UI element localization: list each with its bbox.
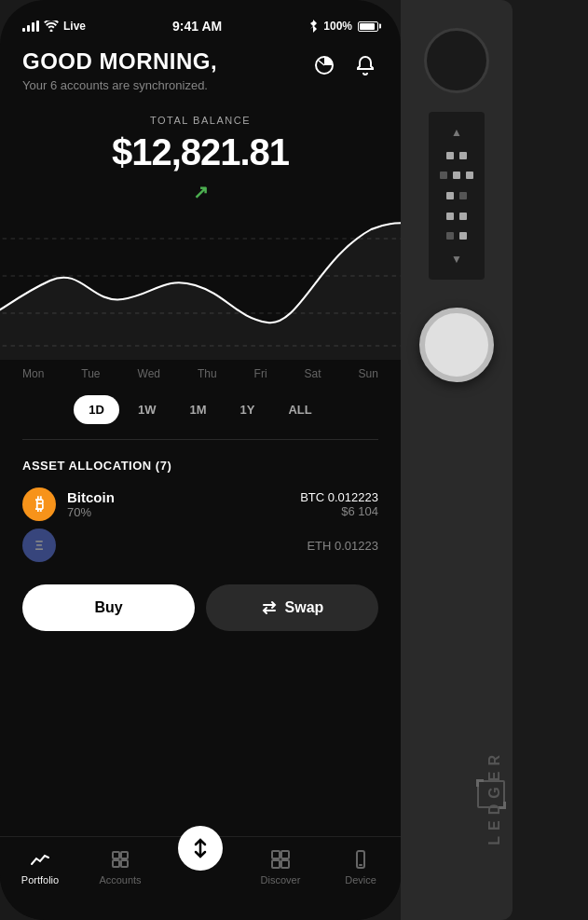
ledger-pixel <box>459 232 467 240</box>
analytics-icon[interactable] <box>311 52 337 78</box>
time-axis: Mon Tue Wed Thu Fri Sat Sun <box>0 367 401 380</box>
status-time: 9:41 AM <box>172 19 222 34</box>
wifi-icon <box>44 21 59 32</box>
svg-rect-7 <box>113 852 119 858</box>
change-arrow: ↗ <box>193 181 209 203</box>
ledger-camera <box>424 28 489 93</box>
ledger-button[interactable] <box>419 308 494 382</box>
day-sun: Sun <box>359 367 378 380</box>
balance-label: TOTAL BALANCE <box>22 115 378 126</box>
asset-allocation-title: ASSET ALLOCATION (7) <box>0 459 401 473</box>
asset-amount: BTC 0.012223 <box>300 490 378 504</box>
device-icon <box>349 848 372 871</box>
phone-container: Live 9:41 AM 100% <box>0 0 401 920</box>
asset-info: Bitcoin 70% <box>67 489 289 519</box>
svg-rect-11 <box>272 851 280 858</box>
ledger-pixel <box>459 213 467 220</box>
status-bar: Live 9:41 AM 100% <box>0 0 401 41</box>
ledger-icon-row-3 <box>446 192 467 199</box>
svg-rect-12 <box>281 851 289 858</box>
buy-button[interactable]: Buy <box>22 584 195 631</box>
nav-discover-label: Discover <box>261 874 301 886</box>
day-fri: Fri <box>254 367 267 380</box>
accounts-icon <box>109 848 131 871</box>
ledger-icon-row-1 <box>446 152 467 159</box>
divider <box>22 439 378 440</box>
nav-accounts[interactable]: Accounts <box>80 848 160 886</box>
ledger-pixel <box>459 152 467 159</box>
discover-icon <box>269 848 292 871</box>
ledger-pixel <box>440 172 447 179</box>
ledger-pixel <box>453 172 460 179</box>
bottom-nav: Portfolio Accounts <box>0 836 401 920</box>
period-1w[interactable]: 1W <box>123 395 171 424</box>
balance-amount: $12,821.81 <box>22 131 378 173</box>
swap-icon <box>261 599 278 616</box>
signal-icon <box>22 21 39 32</box>
transfer-icon <box>190 838 211 858</box>
day-thu: Thu <box>198 367 217 380</box>
subtitle-text: Your 6 accounts are synchronized. <box>22 78 378 92</box>
asset-usd: $6 104 <box>300 504 378 518</box>
nav-discover[interactable]: Discover <box>240 848 321 886</box>
period-all[interactable]: ALL <box>273 395 326 424</box>
eth-icon: Ξ <box>22 529 56 562</box>
svg-rect-8 <box>121 852 128 858</box>
action-buttons: Buy Swap <box>0 570 401 646</box>
nav-portfolio-label: Portfolio <box>21 874 59 886</box>
balance-chart <box>0 211 401 360</box>
ledger-corner-tl <box>476 779 484 787</box>
asset-value: BTC 0.012223 $6 104 <box>300 490 378 518</box>
ledger-pixel <box>446 213 454 220</box>
day-sat: Sat <box>305 367 321 380</box>
bluetooth-icon <box>308 20 318 33</box>
ledger-screen: ▲ ▼ <box>429 112 485 280</box>
ledger-pixel <box>446 192 454 199</box>
balance-change: ↗ <box>22 181 378 203</box>
nav-device-label: Device <box>345 874 376 886</box>
period-selector: 1D 1W 1M 1Y ALL <box>0 395 401 424</box>
notification-icon[interactable] <box>352 52 378 78</box>
swap-button[interactable]: Swap <box>206 584 378 631</box>
svg-rect-14 <box>281 860 289 868</box>
ledger-pixel <box>446 152 454 159</box>
day-mon: Mon <box>22 367 44 380</box>
svg-rect-10 <box>121 860 128 867</box>
nav-accounts-label: Accounts <box>99 874 141 886</box>
nav-device[interactable]: Device <box>321 848 401 886</box>
ledger-device: ▲ ▼ LEDGER <box>401 0 513 920</box>
ledger-pixel <box>446 232 454 240</box>
svg-rect-13 <box>272 860 280 868</box>
ledger-up-arrow[interactable]: ▲ <box>451 126 462 139</box>
swap-label: Swap <box>285 599 324 616</box>
day-wed: Wed <box>138 367 160 380</box>
ledger-down-arrow[interactable]: ▼ <box>451 253 462 266</box>
day-tue: Tue <box>81 367 100 380</box>
ledger-label: LEDGER <box>486 749 503 845</box>
asset-eth-partial[interactable]: Ξ ETH 0.01223 <box>0 529 401 562</box>
eth-asset-value: ETH 0.01223 <box>307 539 378 553</box>
eth-asset-amount: ETH 0.01223 <box>307 539 378 553</box>
header-icons <box>311 52 378 78</box>
portfolio-icon <box>29 848 51 871</box>
asset-bitcoin[interactable]: ₿ Bitcoin 70% BTC 0.012223 $6 104 <box>0 487 401 521</box>
ledger-icon-row-2 <box>440 172 473 179</box>
nav-portfolio[interactable]: Portfolio <box>0 848 80 886</box>
carrier-label: Live <box>63 20 86 33</box>
asset-name: Bitcoin <box>67 489 289 505</box>
battery-icon <box>358 21 378 32</box>
status-left: Live <box>22 20 86 33</box>
bitcoin-icon: ₿ <box>22 487 56 521</box>
ledger-icon-row-4 <box>446 213 467 220</box>
period-1y[interactable]: 1Y <box>226 395 270 424</box>
status-right: 100% <box>308 20 378 33</box>
ledger-pixel <box>459 192 467 199</box>
asset-pct: 70% <box>67 505 289 519</box>
nav-transfer[interactable] <box>160 848 240 871</box>
transfer-button[interactable] <box>178 826 223 871</box>
battery-pct: 100% <box>323 20 352 33</box>
period-1m[interactable]: 1M <box>174 395 221 424</box>
ledger-pixel <box>466 172 473 179</box>
ledger-icon-row-5 <box>446 232 467 240</box>
period-1d[interactable]: 1D <box>74 395 119 424</box>
